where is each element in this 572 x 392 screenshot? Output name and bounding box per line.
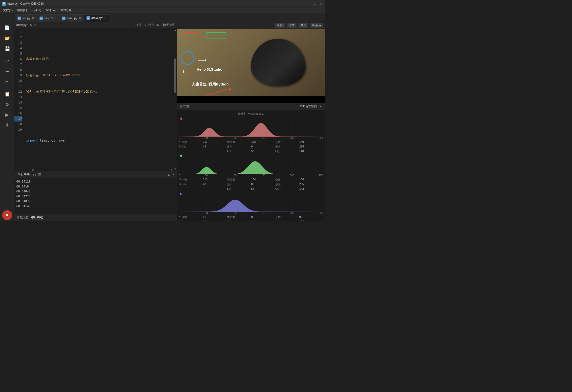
draw-red-arrow-svg [204,86,236,96]
term-line-3: 60.04042 [16,189,175,194]
tab-label-draw: draw.py* [91,16,103,20]
terminal-area: 串行终端 ⊟ ☰ ▲ ✕ 60.04118 60.0419 60.04042 6… [14,171,177,214]
cut-button[interactable]: ✂ [2,77,12,87]
settings-button[interactable]: ⚙ [2,100,12,109]
app-icon: P [2,2,6,6]
right-panel: 录制 缩放 禁用 Rotate ⟶ + Hello 01Studio 人生苦短,… [177,22,325,221]
record-button[interactable]: 录制 [275,23,285,28]
save-file-button[interactable]: 💾 [2,44,12,54]
histogram-g-channel: G 050100150200250 平均数 113 中位数 134 众数 134 [178,154,324,191]
draw-horizontal-line [183,33,198,34]
tab-icon-key: py [40,17,43,20]
tab-draw[interactable]: py draw.py* ✕ [84,14,109,22]
run-button[interactable]: ▶ [2,110,12,120]
tab-close-draw[interactable]: ✕ [104,17,106,20]
close-editor-icon[interactable]: ✕ [34,23,37,27]
cursor-position: 行号: 17, 列号: 35 [135,23,159,27]
menu-edit[interactable]: 编辑(E) [15,8,29,13]
camera-preview: ⟶ + Hello 01Studio 人生苦短, 我用Python [177,29,325,103]
terminal-close-icon[interactable]: ✕ [172,173,175,176]
maximize-button[interactable]: □ [313,2,317,6]
g-axis-labels: 050100150200250 [178,174,324,177]
window-title: draw.py - CanMV IDE K230 [7,2,307,5]
code-editor[interactable]: 1 2 3 4 5 6 7 8 9 10 11 12 13 14 15 16 1… [14,28,177,171]
r-channel-label: R [178,117,324,121]
mouse-body [251,39,305,86]
tab-icon-timer: py [62,17,65,20]
b-channel-label: B [178,192,324,196]
r-stats: 平均数 111 中位数 132 众数 140 [178,140,324,144]
editor-area: draw.py* ⇅ ✕ 行号: 17, 列号: 35 帧缓冲区 1 2 3 4… [14,22,177,221]
undo-button[interactable]: ↩ [2,56,12,66]
r-axis-labels: 050100150200250 [178,137,324,140]
tab-icon-draw: py [86,16,90,20]
disable-button[interactable]: 禁用 [298,23,308,28]
g-stats-2: StDev 48 最小 0 最大 255 [178,182,324,187]
term-line-2: 60.0419 [16,184,175,189]
copy-button[interactable]: 📋 [2,89,12,99]
b-histogram-canvas [178,196,324,212]
terminal-settings-icon[interactable]: ☰ [38,173,41,177]
terminal-icons: ▲ ✕ [167,173,175,176]
terminal-connect-icon[interactable]: ⊟ [33,173,36,177]
tab-led[interactable]: py led.py ✕ [15,14,37,22]
menu-help[interactable]: 帮助(H) [59,8,73,13]
code-content[interactable]: ''' 实验名称：画图 实验平台: 01Studio CanMV K230 说明… [24,28,177,171]
close-button[interactable]: ✕ [319,2,323,6]
terminal-content[interactable]: 60.04118 60.0419 60.04042 60.04224 60.04… [14,178,177,214]
b-axis-labels: 050100150200250 [178,212,324,215]
vertical-scrollbar[interactable]: ▲ ▼ [174,28,177,171]
tab-key[interactable]: py key.py ✕ [37,14,59,22]
scroll-up-arrow[interactable]: ▲ [174,28,177,31]
menu-controls[interactable]: 控件(W) [44,8,58,13]
tab-close-led[interactable]: ✕ [32,17,34,20]
h-scroll-thumb[interactable] [32,169,34,171]
term-line-4: 60.04224 [16,194,175,199]
menu-tools[interactable]: 工具(T) [29,8,43,13]
g-channel-label: G [178,154,324,158]
tab-label-timer: timer.py [67,17,77,20]
histogram-resolution: 分辨率 (w:800, h:480) [178,111,324,117]
terminal-tabs: 串行终端 ⊟ ☰ ▲ ✕ [14,171,177,178]
r-histogram-canvas [178,121,324,137]
terminal-tab-serial[interactable]: 串行终端 [16,172,31,177]
draw-arrow: ⟶ [198,57,206,64]
svg-line-0 [207,88,231,96]
redo-button[interactable]: ↪ [2,66,12,76]
term-line-6: 60.04148 [16,204,175,209]
g-stats-3: LQ 57 UQ 142 [178,187,324,191]
color-space-dropdown-icon[interactable]: ▼ [319,105,322,108]
tab-close-timer[interactable]: ✕ [79,17,81,20]
editor-filename: draw.py* [16,23,28,27]
stop-button[interactable]: ■ [2,210,12,220]
term-line-5: 60.04077 [16,199,175,204]
tab-close-key[interactable]: ✕ [54,17,57,20]
zoom-button[interactable]: 缩放 [287,23,297,28]
tab-timer[interactable]: py timer.py ✕ [59,14,84,22]
bottom-tab-bar: 搜索结果 串行终端 [14,214,177,221]
g-histogram-canvas [178,158,324,174]
editor-header: draw.py* ⇅ ✕ 行号: 17, 列号: 35 帧缓冲区 [14,22,177,28]
h-scroll-right[interactable]: ▶ [171,169,174,171]
horizontal-scrollbar[interactable]: ▶ [24,168,174,171]
terminal-expand-icon[interactable]: ▲ [167,173,170,176]
r-stats-3: LQ 58 UQ 140 [178,149,324,153]
draw-cross: + [182,68,185,75]
b-stats-2: StDev 35 最小 0 最大 255 [178,220,324,221]
scroll-down-arrow[interactable]: ▼ [174,168,177,171]
color-space-label: RGB色彩空间 [299,104,317,108]
minimize-button[interactable]: ─ [307,2,311,6]
download-button[interactable]: ⬇ [2,120,12,130]
open-file-button[interactable]: 📂 [2,33,12,43]
menu-file[interactable]: 文件(F) [1,8,15,13]
bottom-tab-search[interactable]: 搜索结果 [16,216,28,220]
draw-circle [181,51,194,65]
left-toolbar: 📄 📂 💾 ↩ ↪ ✂ 📋 ⚙ ▶ ⬇ ■ [0,22,14,221]
tab-bar: py led.py ✕ py key.py ✕ py timer.py ✕ py… [0,13,325,22]
tab-label-led: led.py [22,17,30,20]
new-file-button[interactable]: 📄 [2,23,12,33]
bottom-tab-serial[interactable]: 串行终端 [31,215,43,220]
split-editor-icon[interactable]: ⇅ [30,23,32,27]
rotate-button[interactable]: Rotate [310,23,323,28]
scroll-thumb[interactable] [174,59,176,93]
